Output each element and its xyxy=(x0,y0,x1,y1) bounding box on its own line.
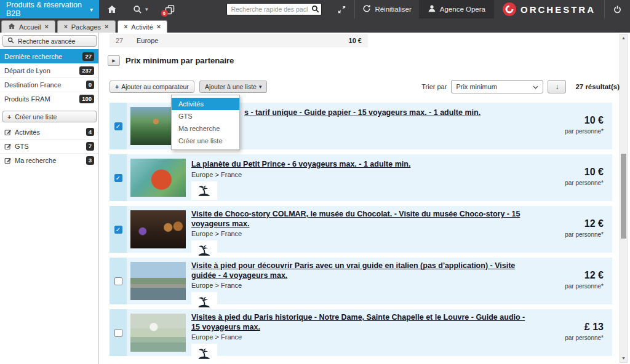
add-to-comparator-label: Ajouter au comparateur xyxy=(121,83,189,90)
result-title-link[interactable]: Visite de Choco-story COLMAR, le musée d… xyxy=(191,210,528,229)
expand-section-button[interactable]: ▶ xyxy=(108,55,120,66)
sidebar-item-produits-fram[interactable]: Produits FRAM 100 xyxy=(0,92,98,106)
vertical-scrollbar[interactable]: ▲ ▼ xyxy=(620,34,628,363)
tab-activite[interactable]: × Activité × xyxy=(118,20,168,33)
search-menu-button[interactable]: ▾ xyxy=(125,0,156,18)
edit-list-icon xyxy=(4,129,12,136)
menu-item-gts[interactable]: GTS xyxy=(172,110,239,122)
row-select-cell: ✓ xyxy=(110,206,127,253)
row-checkbox[interactable] xyxy=(114,277,122,285)
add-to-list-menu: Activités GTS Ma recherche Créer une lis… xyxy=(171,95,240,150)
compare-pages-button[interactable]: 6 xyxy=(156,0,183,18)
advanced-search-button[interactable]: Recherche avancée xyxy=(2,35,97,47)
result-title-link[interactable]: La planète du Petit Prince - 6 voyageurs… xyxy=(191,160,410,170)
tab-packages[interactable]: × Packages × xyxy=(57,20,116,33)
quick-search xyxy=(226,3,322,15)
result-card: Visite à pied pour découvrir Paris avec … xyxy=(127,258,612,304)
orchestra-logo-icon xyxy=(503,2,516,16)
fullscreen-button[interactable] xyxy=(329,5,354,14)
scrollbar-thumb[interactable] xyxy=(621,154,626,239)
scroll-down-icon[interactable]: ▼ xyxy=(620,355,627,362)
tab-accueil[interactable]: Accueil × xyxy=(1,20,55,33)
row-select-cell: ✓ xyxy=(110,103,127,149)
per-person-label: par personne* xyxy=(528,128,604,135)
menu-item-ma-recherche[interactable]: Ma recherche xyxy=(172,122,239,135)
sidebar-item-destination-france[interactable]: Destination France 0 xyxy=(0,77,98,92)
palm-island-icon xyxy=(191,181,217,200)
result-info: Visite de Choco-story COLMAR, le musée d… xyxy=(191,208,528,250)
row-checkbox[interactable]: ✓ xyxy=(114,122,122,130)
sort-label: Trier par xyxy=(421,83,447,90)
result-thumbnail[interactable] xyxy=(130,210,186,248)
sidebar-item-depart-de-lyon[interactable]: Départ de Lyon 237 xyxy=(0,63,98,77)
add-to-list-label: Ajouter à une liste xyxy=(205,83,257,90)
logout-button[interactable] xyxy=(605,5,630,14)
menu-item-creer-une-liste[interactable]: Créer une liste xyxy=(172,135,239,147)
result-thumbnail[interactable] xyxy=(130,314,186,352)
result-price-block: 10 € par personne* xyxy=(528,157,606,199)
add-to-comparator-button[interactable]: + Ajouter au comparateur xyxy=(110,81,194,93)
sort-select[interactable]: Prix minimum xyxy=(451,80,543,93)
scroll-up-icon[interactable]: ▲ xyxy=(620,34,627,42)
sort-direction-button[interactable]: ↓ xyxy=(548,80,566,93)
row-checkbox[interactable]: ✓ xyxy=(114,226,122,234)
result-card: Visites à pied du Paris historique - Not… xyxy=(127,309,612,356)
close-icon[interactable]: × xyxy=(157,23,161,30)
sidebar-item-ma-recherche-list[interactable]: Ma recherche 3 xyxy=(0,153,98,167)
result-breadcrumb: Europe > France xyxy=(191,282,528,289)
partner-count: 27 xyxy=(116,37,137,44)
palm-island-icon xyxy=(191,240,217,259)
quick-search-submit-button[interactable] xyxy=(310,5,320,14)
result-row: ✓ Visite de Choco-story COLMAR, le musée… xyxy=(110,206,612,253)
result-title-link[interactable]: s - tarif unique - Guide papier - 15 voy… xyxy=(244,108,480,118)
result-info: s - tarif unique - Guide papier - 15 voy… xyxy=(191,105,528,147)
count-badge: 27 xyxy=(82,52,94,60)
result-thumbnail[interactable] xyxy=(130,159,186,197)
products-menu-button[interactable]: Produits & réservation B2B ▾ xyxy=(0,0,99,18)
sidebar-item-activites-list[interactable]: Activités 4 xyxy=(0,125,98,139)
orchestra-wordmark: ORCHESTRA xyxy=(520,4,596,15)
section-title: Prix minimum par partenaire xyxy=(126,56,234,65)
sidebar-item-derniere-recherche[interactable]: Dernière recherche 27 xyxy=(0,49,98,63)
result-card: Visite de Choco-story COLMAR, le musée d… xyxy=(127,206,612,253)
result-info: Visites à pied du Paris historique - Not… xyxy=(191,312,528,354)
home-button[interactable] xyxy=(99,0,125,18)
search-label: Destination France xyxy=(4,81,83,89)
orchestra-logo: ORCHESTRA xyxy=(494,2,604,16)
result-title-link[interactable]: Visites à pied du Paris historique - Not… xyxy=(191,313,528,332)
row-checkbox[interactable]: ✓ xyxy=(114,174,122,182)
result-thumbnail[interactable] xyxy=(130,262,186,300)
saved-searches: Dernière recherche 27 Départ de Lyon 237… xyxy=(0,49,98,106)
sidebar-item-gts-list[interactable]: GTS 7 xyxy=(0,139,98,153)
result-price: 12 € xyxy=(528,270,604,281)
add-to-list-button[interactable]: Ajouter à une liste ▾ xyxy=(199,81,268,93)
search-label: Produits FRAM xyxy=(4,95,76,103)
reset-label: Réinitialiser xyxy=(375,6,411,13)
notification-badge: 6 xyxy=(161,10,168,17)
per-person-label: par personne* xyxy=(528,180,604,186)
menu-item-activites[interactable]: Activités xyxy=(172,98,239,110)
result-breadcrumb: Europe > France xyxy=(191,171,528,178)
result-info: La planète du Petit Prince - 6 voyageurs… xyxy=(191,157,528,199)
close-icon[interactable]: × xyxy=(105,23,108,30)
agency-menu-button[interactable]: Agence Opera xyxy=(419,0,494,18)
chevron-down-icon: ▾ xyxy=(90,6,93,13)
search-label: Départ de Lyon xyxy=(4,67,76,74)
result-row: ✓ La planète du Petit Prince - 6 voyageu… xyxy=(110,154,612,201)
tab-label: Activité xyxy=(131,23,153,31)
partner-name: Europe xyxy=(137,37,158,44)
home-icon xyxy=(8,23,15,31)
palm-island-icon xyxy=(191,292,217,311)
result-row: Visite à pied pour découvrir Paris avec … xyxy=(110,258,612,304)
reset-button[interactable]: Réinitialiser xyxy=(355,4,418,14)
tab-label: Accueil xyxy=(19,23,41,31)
partner-price: 10 € xyxy=(349,37,362,44)
row-checkbox[interactable] xyxy=(114,329,122,337)
result-price-block: 12 € par personne* xyxy=(528,260,606,302)
create-list-button[interactable]: + Créer une liste xyxy=(2,111,97,122)
quick-search-input[interactable] xyxy=(226,3,322,15)
close-icon[interactable]: × xyxy=(44,23,48,30)
user-icon xyxy=(428,4,436,14)
top-navbar: Produits & réservation B2B ▾ ▾ 6 xyxy=(0,0,630,18)
result-title-link[interactable]: Visite à pied pour découvrir Paris avec … xyxy=(191,261,528,280)
